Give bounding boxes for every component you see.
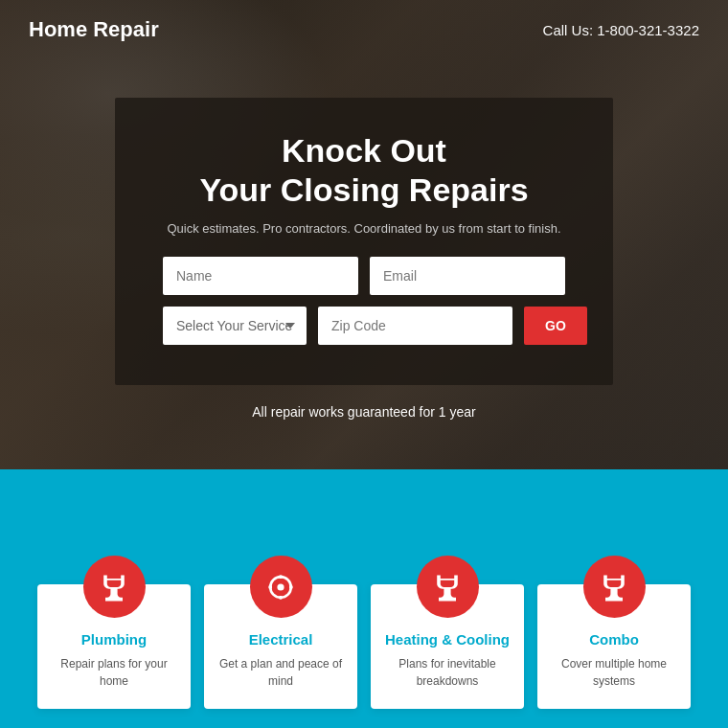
hero-section: Knock Out Your Closing Repairs Quick est…	[0, 59, 728, 385]
heating-desc: Plans for inevitable breakdowns	[371, 655, 524, 690]
combo-desc: Cover multiple home systems	[537, 655, 691, 690]
hero-form-box: Knock Out Your Closing Repairs Quick est…	[115, 98, 613, 385]
hero-subheadline: Quick estimates. Pro contractors. Coordi…	[163, 221, 565, 236]
heating-card: Heating & Cooling Plans for inevitable b…	[371, 584, 524, 709]
go-button[interactable]: GO	[524, 307, 587, 345]
zip-input[interactable]	[318, 307, 512, 345]
electrical-card: Electrical Get a plan and peace of mind	[204, 584, 357, 709]
email-input[interactable]	[370, 257, 565, 295]
header: Home Repair Call Us: 1-800-321-3322	[0, 0, 728, 59]
electrical-icon	[263, 570, 298, 604]
form-row-1	[163, 257, 565, 295]
plumbing-title: Plumbing	[81, 631, 147, 648]
combo-card: Combo Cover multiple home systems	[537, 584, 691, 709]
svg-point-1	[277, 583, 284, 590]
combo-icon	[597, 570, 631, 604]
plumbing-card: Plumbing Repair plans for your home	[37, 584, 191, 709]
service-select[interactable]: Select Your Service Plumbing Electrical …	[163, 307, 307, 345]
form-row-2: Select Your Service Plumbing Electrical …	[163, 307, 565, 345]
phone-label: Call Us:	[543, 22, 594, 38]
electrical-icon-circle	[250, 556, 312, 618]
hero-headline: Knock Out Your Closing Repairs	[163, 131, 565, 210]
heating-icon-circle	[417, 556, 479, 618]
combo-icon-circle	[583, 556, 646, 618]
combo-title: Combo	[589, 631, 639, 648]
plumbing-icon	[97, 570, 131, 604]
heating-icon	[430, 570, 465, 604]
phone-display: Call Us: 1-800-321-3322	[543, 22, 699, 38]
plumbing-icon-circle	[83, 556, 146, 618]
heating-title: Heating & Cooling	[385, 631, 510, 648]
electrical-title: Electrical	[249, 631, 313, 648]
plumbing-desc: Repair plans for your home	[37, 655, 191, 690]
electrical-desc: Get a plan and peace of mind	[204, 655, 357, 690]
name-input[interactable]	[163, 257, 358, 295]
logo: Home Repair	[29, 17, 159, 42]
guarantee-text: All repair works guaranteed for 1 year	[0, 404, 728, 420]
phone-number: 1-800-321-3322	[597, 22, 699, 38]
services-cards: Plumbing Repair plans for your home Elec…	[0, 584, 728, 709]
